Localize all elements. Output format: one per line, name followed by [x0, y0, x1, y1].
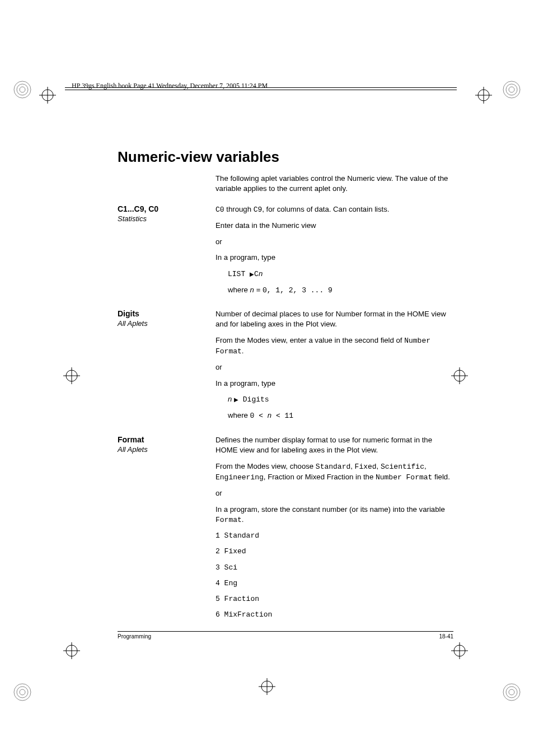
reg-mark-bl [63, 642, 80, 661]
crop-mark-tl [11, 78, 34, 103]
svg-point-2 [20, 87, 25, 92]
digits-or: or [216, 362, 453, 372]
svg-point-10 [506, 687, 517, 698]
reg-mark-bc [259, 678, 275, 697]
reg-mark-br [451, 642, 468, 661]
page-header: HP 39gs English.book Page 41 Wednesday, … [72, 82, 268, 90]
svg-point-7 [17, 687, 28, 698]
format-term: Format [118, 435, 216, 444]
reg-mark-tl [39, 87, 56, 106]
crop-mark-bl [11, 681, 34, 706]
reg-mark-ml [63, 367, 80, 386]
c1c9-category: Statistics [118, 214, 216, 223]
format-opt-4: 4 Eng [216, 578, 453, 589]
reg-mark-tr [475, 87, 492, 106]
svg-point-11 [509, 689, 514, 695]
c1c9-desc-3: In a program, type [216, 253, 453, 263]
digits-desc-3: In a program, type [216, 379, 453, 389]
c1c9-or: or [216, 237, 453, 247]
svg-point-8 [20, 689, 25, 695]
format-desc-2: From the Modes view, choose Standard, Fi… [216, 461, 453, 483]
format-opt-1: 1 Standard [216, 531, 453, 541]
format-opt-3: 3 Sci [216, 563, 453, 573]
crop-mark-br [500, 681, 523, 706]
svg-point-1 [17, 84, 28, 95]
c1c9-where: where n = 0, 1, 2, 3 ... 9 [228, 285, 453, 296]
svg-point-5 [509, 87, 514, 92]
digits-desc-1: Number of decimal places to use for Numb… [216, 309, 453, 330]
digits-term: Digits [118, 309, 216, 318]
format-opt-5: 5 Fraction [216, 594, 453, 604]
c1c9-desc-2: Enter data in the Numeric view [216, 221, 453, 231]
reg-mark-mr [451, 367, 468, 386]
svg-point-4 [506, 84, 517, 95]
digits-desc-2: From the Modes view, enter a value in th… [216, 335, 453, 357]
footer-section: Programming [118, 633, 151, 640]
page-content: Numeric-view variables The following apl… [118, 148, 453, 630]
crop-mark-tr [500, 78, 523, 103]
format-desc-3: In a program, store the constant number … [216, 505, 453, 526]
format-category: All Aplets [118, 445, 216, 454]
c1c9-desc-1: C0 through C9, for columns of data. Can … [216, 204, 453, 215]
intro-text: The following aplet variables control th… [216, 174, 453, 194]
format-desc-1: Defines the number display format to use… [216, 435, 453, 456]
digits-category: All Aplets [118, 319, 216, 328]
format-or: or [216, 488, 453, 498]
page-footer: Programming 18-41 [118, 631, 453, 640]
format-opt-6: 6 MixFraction [216, 610, 453, 620]
c1c9-term: C1...C9, C0 [118, 204, 216, 213]
section-title: Numeric-view variables [118, 148, 453, 166]
digits-code: n ▶ Digits [228, 394, 453, 405]
digits-where: where 0 < n < 11 [228, 410, 453, 421]
footer-page: 18-41 [439, 633, 453, 640]
format-opt-2: 2 Fixed [216, 547, 453, 557]
c1c9-code: LIST ▶Cn [228, 269, 453, 279]
